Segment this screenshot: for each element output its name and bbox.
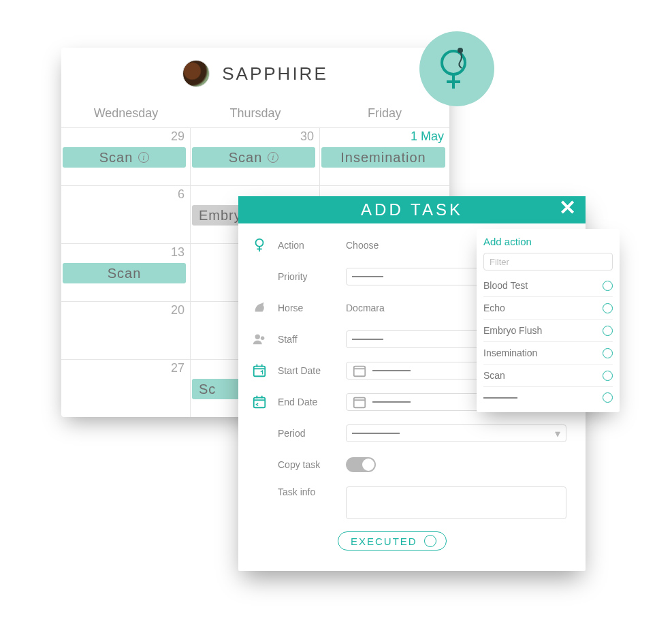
action-option[interactable]: Scan [483, 365, 613, 387]
action-option-label: Insemination [483, 347, 537, 358]
info-icon[interactable]: i [138, 152, 149, 163]
calendar-day[interactable]: 20 [61, 302, 191, 359]
field-period: Period ▾ [252, 424, 566, 443]
calendar-day[interactable]: 13Scan [61, 244, 191, 301]
calendar-day[interactable]: 6 [61, 186, 191, 243]
gender-badge [419, 31, 494, 106]
calendar-week: 29Scani30Scani1 MayInsemination [61, 127, 449, 185]
action-option-placeholder [483, 397, 517, 399]
priority-label: Priority [278, 271, 338, 282]
radio-icon[interactable] [603, 392, 613, 403]
calendar-day[interactable]: 1 MayInsemination [320, 128, 449, 185]
close-icon[interactable]: ✕ [559, 198, 579, 218]
executed-button[interactable]: EXECUTED [338, 531, 447, 551]
horse-icon [252, 300, 270, 315]
event-label: Scan [99, 150, 133, 166]
day-number: 13 [171, 245, 185, 260]
action-popover: Add action Filter Blood TestEchoEmbryo F… [477, 229, 620, 412]
task-info-label: Task info [278, 486, 338, 497]
action-option[interactable]: Insemination [483, 342, 613, 365]
female-sperm-icon [433, 45, 481, 93]
day-number: 29 [171, 129, 185, 144]
dow-thu: Thursday [191, 102, 320, 127]
day-number: 6 [178, 187, 185, 202]
staff-icon [252, 332, 270, 347]
svg-point-7 [255, 335, 260, 339]
action-option-label: Blood Test [483, 280, 528, 291]
action-option[interactable] [483, 387, 613, 408]
executed-circle-icon [424, 535, 436, 547]
event-label: Embry [199, 208, 242, 223]
radio-icon[interactable] [603, 348, 613, 358]
svg-rect-15 [354, 398, 366, 408]
dow-fri: Friday [320, 102, 449, 127]
action-option-label: Scan [483, 370, 505, 381]
popover-title: Add action [483, 236, 613, 247]
event-pill[interactable]: Scani [192, 147, 315, 168]
calendar-day[interactable]: 27 [61, 360, 191, 417]
svg-point-3 [458, 48, 463, 53]
calendar-dow-row: Wednesday Thursday Friday [61, 102, 449, 127]
start-date-label: Start Date [278, 365, 338, 376]
day-number: 27 [171, 361, 185, 375]
action-label: Action [278, 240, 338, 251]
female-icon [252, 238, 270, 253]
radio-icon[interactable] [603, 303, 613, 313]
calendar-start-icon [252, 363, 270, 378]
svg-rect-9 [254, 367, 266, 377]
radio-icon[interactable] [603, 281, 613, 291]
svg-point-4 [256, 239, 263, 247]
field-task-info: Task info [252, 486, 566, 519]
radio-icon[interactable] [603, 371, 613, 381]
action-option-label: Embryo Flush [483, 325, 542, 336]
event-label: Insemination [340, 150, 426, 166]
calendar-header: SAPPHIRE [61, 48, 449, 102]
calendar-day[interactable]: 29Scani [61, 128, 191, 185]
copy-task-label: Copy task [278, 459, 338, 470]
modal-title-bar: ADD TASK ✕ [238, 196, 586, 223]
action-option[interactable]: Echo [483, 297, 613, 320]
copy-task-toggle[interactable] [346, 457, 376, 472]
task-info-input[interactable] [346, 486, 566, 519]
action-filter-input[interactable]: Filter [483, 253, 613, 270]
dow-wed: Wednesday [61, 102, 191, 127]
period-label: Period [278, 428, 338, 439]
radio-icon[interactable] [603, 326, 613, 336]
day-number: 30 [300, 129, 314, 144]
calendar-end-icon [252, 394, 270, 409]
end-date-label: End Date [278, 397, 338, 407]
day-number: 20 [171, 303, 185, 317]
horse-avatar[interactable] [182, 60, 210, 87]
action-value: Choose [346, 240, 379, 251]
field-copy-task: Copy task [252, 455, 566, 474]
svg-rect-13 [254, 398, 266, 408]
horse-name: SAPPHIRE [222, 63, 328, 84]
horse-label: Horse [278, 303, 338, 313]
action-option-label: Echo [483, 303, 505, 313]
event-label: Scan [108, 266, 142, 281]
modal-title: ADD TASK [361, 200, 463, 219]
action-option[interactable]: Embryo Flush [483, 320, 613, 342]
event-label: Sc [199, 382, 216, 397]
info-icon[interactable]: i [268, 152, 278, 163]
svg-point-8 [261, 336, 265, 340]
executed-label: EXECUTED [351, 536, 417, 547]
filter-placeholder: Filter [490, 257, 509, 267]
action-option[interactable]: Blood Test [483, 275, 613, 297]
event-label: Scan [229, 150, 263, 166]
staff-label: Staff [278, 334, 338, 345]
event-pill[interactable]: Scan [63, 263, 186, 283]
svg-rect-11 [354, 367, 366, 377]
event-pill[interactable]: Scani [63, 147, 186, 168]
calendar-day[interactable]: 30Scani [191, 128, 320, 185]
period-input[interactable]: ▾ [346, 424, 566, 442]
calendar-icon [352, 363, 367, 378]
day-number: 1 May [411, 129, 444, 144]
calendar-icon [352, 394, 367, 409]
event-pill[interactable]: Insemination [321, 147, 445, 168]
